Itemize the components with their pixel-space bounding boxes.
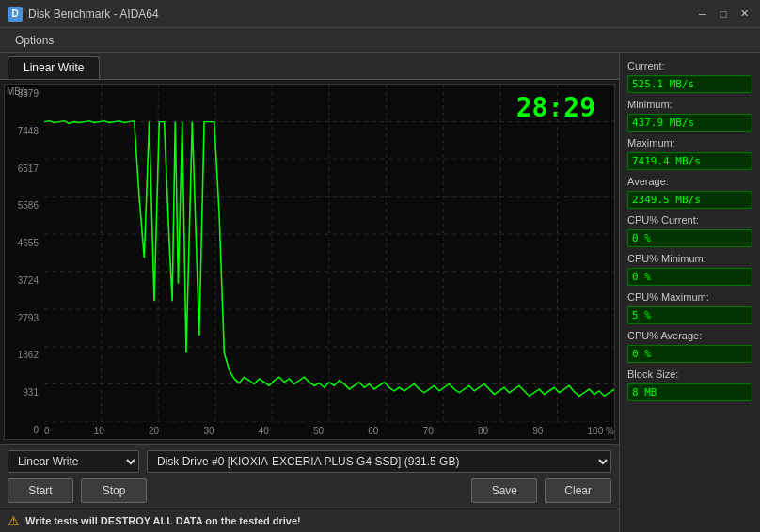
cpu-maximum-value: 5 % (627, 306, 752, 324)
bottom-controls: Linear Write Disk Drive #0 [KIOXIA-EXCER… (0, 444, 619, 509)
maximum-label: Maximum: (627, 137, 752, 149)
x-label-40: 40 (259, 426, 269, 436)
cpu-average-value: 0 % (627, 345, 752, 363)
block-size-value: 8 MB (627, 383, 752, 401)
current-label: Current: (627, 60, 752, 71)
x-label-70: 70 (423, 426, 434, 436)
x-label-60: 60 (368, 426, 378, 436)
x-label-100: 100 % (588, 426, 614, 436)
titlebar: D Disk Benchmark - AIDA64 ─ □ ✕ (0, 0, 760, 28)
y-label-7448: 7448 (7, 126, 42, 136)
minimum-value: 437.9 MB/s (627, 114, 752, 132)
y-label-2793: 2793 (7, 313, 42, 323)
sidebar: Current: 525.1 MB/s Minimum: 437.9 MB/s … (619, 53, 760, 532)
warning-bar: ⚠ Write tests will DESTROY ALL DATA on t… (0, 509, 619, 532)
y-label-6517: 6517 (7, 164, 42, 174)
average-value: 2349.5 MB/s (627, 191, 752, 209)
warning-icon: ⚠ (8, 513, 20, 528)
y-axis: 0 931 1862 2793 3724 4655 5586 6517 7448… (5, 85, 44, 439)
cpu-current-value: 0 % (627, 229, 752, 247)
tab-bar: Linear Write (0, 53, 619, 80)
block-size-label: Block Size: (627, 368, 752, 380)
x-label-0: 0 (44, 426, 50, 436)
cpu-minimum-label: CPU% Minimum: (627, 253, 752, 264)
clear-button[interactable]: Clear (545, 478, 611, 503)
x-label-50: 50 (313, 426, 324, 436)
y-label-0: 0 (7, 425, 42, 435)
maximum-value: 7419.4 MB/s (627, 152, 752, 170)
x-label-80: 80 (478, 426, 488, 436)
y-label-931: 931 (7, 387, 42, 398)
y-label-8379: 8379 (7, 88, 42, 99)
start-button[interactable]: Start (8, 478, 73, 503)
menu-options[interactable]: Options (8, 32, 61, 49)
cpu-minimum-value: 0 % (627, 268, 752, 286)
y-label-1862: 1862 (7, 350, 42, 360)
current-value: 525.1 MB/s (627, 75, 752, 93)
average-label: Average: (627, 176, 752, 187)
warning-text: Write tests will DESTROY ALL DATA on the… (25, 515, 301, 526)
x-label-20: 20 (149, 426, 159, 436)
stop-button[interactable]: Stop (81, 478, 147, 503)
x-label-30: 30 (203, 426, 214, 436)
controls-row1: Linear Write Disk Drive #0 [KIOXIA-EXCER… (8, 450, 611, 473)
menubar: Options (0, 28, 760, 53)
x-label-10: 10 (94, 426, 104, 436)
titlebar-title: Disk Benchmark - AIDA64 (28, 8, 689, 21)
close-button[interactable]: ✕ (736, 6, 752, 23)
main-layout: Linear Write MB/s 0 931 1862 2793 3724 4… (0, 53, 760, 532)
cpu-maximum-label: CPU% Maximum: (627, 291, 752, 303)
controls-row2: Start Stop Save Clear (8, 478, 611, 503)
x-axis: 0 10 20 30 40 50 60 70 80 90 100 % (44, 422, 614, 439)
y-label-3724: 3724 (7, 275, 42, 286)
titlebar-controls: ─ □ ✕ (694, 6, 752, 23)
test-type-dropdown[interactable]: Linear Write (8, 450, 139, 473)
x-label-90: 90 (532, 426, 543, 436)
maximize-button[interactable]: □ (715, 6, 732, 23)
tab-linear-write[interactable]: Linear Write (8, 56, 100, 79)
cpu-average-label: CPU% Average: (627, 330, 752, 341)
chart-area: MB/s 0 931 1862 2793 3724 4655 5586 6517… (4, 84, 615, 440)
cpu-current-label: CPU% Current: (627, 214, 752, 226)
minimum-label: Minimum: (627, 99, 752, 110)
drive-dropdown[interactable]: Disk Drive #0 [KIOXIA-EXCERIA PLUS G4 SS… (147, 450, 611, 473)
y-label-5586: 5586 (7, 200, 42, 211)
app-icon: D (8, 7, 23, 22)
content-area: Linear Write MB/s 0 931 1862 2793 3724 4… (0, 53, 619, 532)
minimize-button[interactable]: ─ (694, 6, 711, 23)
save-button[interactable]: Save (471, 478, 537, 503)
y-label-4655: 4655 (7, 238, 42, 248)
chart-svg (44, 85, 614, 422)
